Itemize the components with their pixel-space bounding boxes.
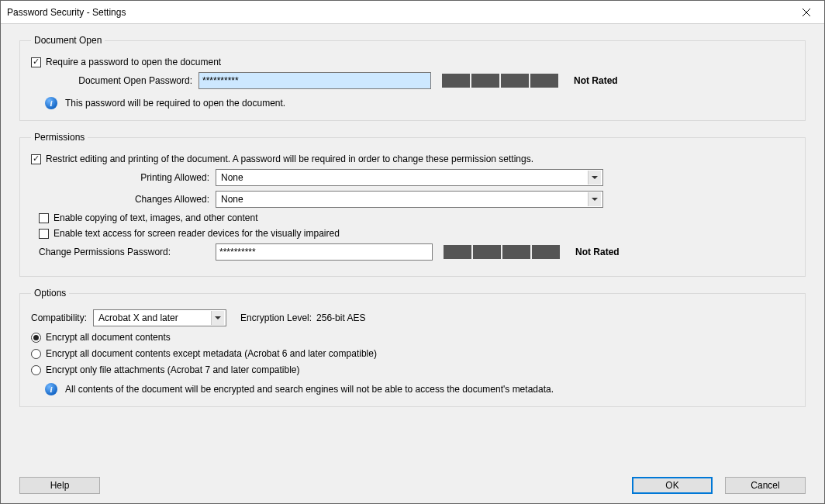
strength-segment <box>532 245 560 259</box>
window-title: Password Security - Settings <box>7 7 126 18</box>
changes-allowed-value: None <box>221 194 243 205</box>
encrypt-all-label: Encrypt all document contents <box>46 332 171 343</box>
row-printing-allowed: Printing Allowed: None <box>31 169 794 186</box>
enable-copying-label: Enable copying of text, images, and othe… <box>54 212 258 223</box>
doc-password-input[interactable] <box>198 72 431 89</box>
ok-button-label: OK <box>665 480 678 491</box>
printing-allowed-value: None <box>221 172 243 183</box>
group-options: Options Compatibility: Acrobat X and lat… <box>19 288 806 407</box>
options-info-row: i All contents of the document will be e… <box>45 383 794 395</box>
options-info-text: All contents of the document will be enc… <box>65 384 554 395</box>
checkbox-icon <box>31 154 41 164</box>
help-button-label: Help <box>50 480 70 491</box>
perm-password-strength-meter <box>444 245 560 259</box>
legend-options: Options <box>31 288 69 299</box>
strength-segment <box>502 245 530 259</box>
perm-password-rating: Not Rated <box>575 247 620 257</box>
right-button-group: OK Cancel <box>632 477 806 494</box>
ok-button[interactable]: OK <box>632 477 713 494</box>
radio-icon <box>31 365 41 375</box>
row-changes-allowed: Changes Allowed: None <box>31 191 794 208</box>
titlebar: Password Security - Settings <box>1 1 824 24</box>
strength-segment <box>530 74 558 88</box>
group-permissions: Permissions Restrict editing and printin… <box>19 132 806 277</box>
doc-password-label: Document Open Password: <box>45 75 192 86</box>
encryption-level-label: Encryption Level: <box>240 312 312 323</box>
compatibility-select[interactable]: Acrobat X and later <box>93 309 226 326</box>
dialog-window: Password Security - Settings Document Op… <box>0 0 825 504</box>
legend-permissions: Permissions <box>31 132 88 143</box>
strength-segment <box>444 245 471 259</box>
strength-segment <box>501 74 529 88</box>
encrypt-except-metadata-radio[interactable]: Encrypt all document contents except met… <box>31 348 794 359</box>
button-bar: Help OK Cancel <box>19 477 806 494</box>
cancel-button[interactable]: Cancel <box>725 477 806 494</box>
encrypt-all-radio[interactable]: Encrypt all document contents <box>31 332 794 343</box>
checkbox-icon <box>31 57 41 67</box>
enable-screen-reader-label: Enable text access for screen reader dev… <box>54 228 340 239</box>
close-button[interactable] <box>789 1 824 24</box>
compatibility-label: Compatibility: <box>31 312 87 323</box>
require-password-checkbox[interactable]: Require a password to open the document <box>31 57 794 67</box>
checkbox-icon <box>39 229 49 239</box>
doc-open-info-text: This password will be required to open t… <box>65 98 285 109</box>
strength-segment <box>442 74 470 88</box>
cancel-button-label: Cancel <box>751 480 779 491</box>
strength-segment <box>473 245 501 259</box>
encrypt-attachments-radio[interactable]: Encrypt only file attachments (Acrobat 7… <box>31 364 794 375</box>
perm-password-label: Change Permissions Password: <box>39 247 209 257</box>
doc-password-strength-meter <box>442 74 558 88</box>
perm-password-input[interactable] <box>216 243 433 261</box>
printing-allowed-select[interactable]: None <box>216 169 603 186</box>
radio-icon <box>31 333 41 343</box>
restrict-editing-label: Restrict editing and printing of the doc… <box>46 154 533 164</box>
checkbox-icon <box>39 213 49 223</box>
strength-segment <box>471 74 499 88</box>
chevron-down-icon <box>211 311 224 325</box>
chevron-down-icon <box>588 171 601 185</box>
dialog-content: Document Open Require a password to open… <box>1 24 824 503</box>
group-document-open: Document Open Require a password to open… <box>19 35 806 121</box>
doc-open-info-row: i This password will be required to open… <box>45 97 794 109</box>
info-icon: i <box>45 383 57 395</box>
row-doc-password: Document Open Password: Not Rated <box>45 72 794 89</box>
changes-allowed-label: Changes Allowed: <box>31 194 209 205</box>
encrypt-except-metadata-label: Encrypt all document contents except met… <box>46 348 377 359</box>
row-perm-password: Change Permissions Password: Not Rated <box>39 243 794 261</box>
doc-password-rating: Not Rated <box>574 75 618 86</box>
compatibility-value: Acrobat X and later <box>98 312 178 323</box>
legend-document-open: Document Open <box>31 35 105 46</box>
chevron-down-icon <box>588 192 601 206</box>
encryption-level-value: 256-bit AES <box>316 312 365 323</box>
enable-screen-reader-checkbox[interactable]: Enable text access for screen reader dev… <box>39 228 794 239</box>
row-compatibility: Compatibility: Acrobat X and later Encry… <box>31 309 794 326</box>
printing-allowed-label: Printing Allowed: <box>31 172 209 183</box>
radio-icon <box>31 349 41 359</box>
enable-copying-checkbox[interactable]: Enable copying of text, images, and othe… <box>39 212 794 223</box>
require-password-label: Require a password to open the document <box>46 57 221 67</box>
info-icon: i <box>45 97 57 109</box>
restrict-editing-checkbox[interactable]: Restrict editing and printing of the doc… <box>31 154 794 164</box>
encrypt-attachments-label: Encrypt only file attachments (Acrobat 7… <box>46 364 300 375</box>
changes-allowed-select[interactable]: None <box>216 191 603 208</box>
close-icon <box>803 9 810 16</box>
help-button[interactable]: Help <box>19 477 100 494</box>
